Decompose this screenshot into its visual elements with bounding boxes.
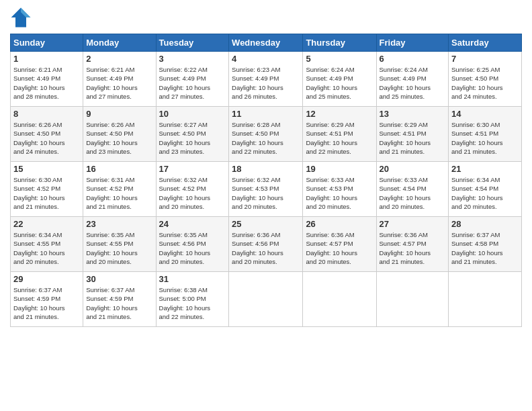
day-info: Sunrise: 6:30 AM Sunset: 4:52 PM Dayligh… bbox=[13, 175, 80, 211]
calendar-cell: 21Sunrise: 6:34 AM Sunset: 4:54 PM Dayli… bbox=[449, 162, 522, 217]
day-info: Sunrise: 6:23 AM Sunset: 4:49 PM Dayligh… bbox=[232, 65, 300, 101]
calendar-cell: 3Sunrise: 6:22 AM Sunset: 4:49 PM Daylig… bbox=[156, 52, 229, 107]
day-info: Sunrise: 6:36 AM Sunset: 4:57 PM Dayligh… bbox=[306, 230, 373, 266]
day-number: 4 bbox=[232, 54, 300, 64]
day-info: Sunrise: 6:32 AM Sunset: 4:52 PM Dayligh… bbox=[159, 175, 226, 211]
calendar-cell: 15Sunrise: 6:30 AM Sunset: 4:52 PM Dayli… bbox=[11, 162, 83, 217]
day-number: 3 bbox=[159, 54, 226, 64]
day-info: Sunrise: 6:32 AM Sunset: 4:53 PM Dayligh… bbox=[232, 175, 300, 211]
day-number: 15 bbox=[13, 164, 80, 174]
day-info: Sunrise: 6:35 AM Sunset: 4:56 PM Dayligh… bbox=[159, 230, 226, 266]
calendar-cell: 12Sunrise: 6:29 AM Sunset: 4:51 PM Dayli… bbox=[303, 107, 376, 162]
logo bbox=[10, 7, 33, 28]
day-number: 8 bbox=[13, 109, 80, 119]
day-info: Sunrise: 6:26 AM Sunset: 4:50 PM Dayligh… bbox=[13, 120, 80, 156]
day-number: 10 bbox=[159, 109, 226, 119]
calendar-cell: 11Sunrise: 6:28 AM Sunset: 4:50 PM Dayli… bbox=[229, 107, 303, 162]
day-info: Sunrise: 6:26 AM Sunset: 4:50 PM Dayligh… bbox=[86, 120, 152, 156]
day-header-thursday: Thursday bbox=[303, 34, 376, 52]
day-number: 22 bbox=[13, 219, 80, 229]
day-header-wednesday: Wednesday bbox=[229, 34, 303, 52]
calendar-cell: 31Sunrise: 6:38 AM Sunset: 5:00 PM Dayli… bbox=[156, 272, 229, 327]
calendar-header-row: SundayMondayTuesdayWednesdayThursdayFrid… bbox=[11, 34, 522, 52]
calendar-cell: 9Sunrise: 6:26 AM Sunset: 4:50 PM Daylig… bbox=[83, 107, 156, 162]
calendar-cell bbox=[376, 272, 449, 327]
calendar-cell: 4Sunrise: 6:23 AM Sunset: 4:49 PM Daylig… bbox=[229, 52, 303, 107]
day-header-saturday: Saturday bbox=[449, 34, 522, 52]
header bbox=[10, 7, 522, 28]
day-number: 25 bbox=[232, 219, 300, 229]
main-container: SundayMondayTuesdayWednesdayThursdayFrid… bbox=[0, 0, 532, 334]
day-info: Sunrise: 6:31 AM Sunset: 4:52 PM Dayligh… bbox=[86, 175, 152, 211]
calendar-cell: 20Sunrise: 6:33 AM Sunset: 4:54 PM Dayli… bbox=[376, 162, 449, 217]
day-number: 28 bbox=[451, 219, 519, 229]
day-number: 17 bbox=[159, 164, 226, 174]
calendar-cell: 8Sunrise: 6:26 AM Sunset: 4:50 PM Daylig… bbox=[11, 107, 83, 162]
day-number: 2 bbox=[86, 54, 152, 64]
calendar-table: SundayMondayTuesdayWednesdayThursdayFrid… bbox=[10, 34, 522, 327]
day-header-sunday: Sunday bbox=[11, 34, 83, 52]
day-number: 19 bbox=[306, 164, 373, 174]
day-info: Sunrise: 6:24 AM Sunset: 4:49 PM Dayligh… bbox=[306, 65, 373, 101]
calendar-cell: 19Sunrise: 6:33 AM Sunset: 4:53 PM Dayli… bbox=[303, 162, 376, 217]
calendar-cell: 27Sunrise: 6:36 AM Sunset: 4:57 PM Dayli… bbox=[376, 217, 449, 272]
day-number: 11 bbox=[232, 109, 300, 119]
day-info: Sunrise: 6:36 AM Sunset: 4:56 PM Dayligh… bbox=[232, 230, 300, 266]
day-number: 29 bbox=[13, 274, 80, 284]
day-number: 30 bbox=[86, 274, 152, 284]
calendar-cell: 25Sunrise: 6:36 AM Sunset: 4:56 PM Dayli… bbox=[229, 217, 303, 272]
day-info: Sunrise: 6:21 AM Sunset: 4:49 PM Dayligh… bbox=[13, 65, 80, 101]
day-number: 16 bbox=[86, 164, 152, 174]
day-info: Sunrise: 6:38 AM Sunset: 5:00 PM Dayligh… bbox=[159, 285, 226, 321]
day-info: Sunrise: 6:30 AM Sunset: 4:51 PM Dayligh… bbox=[451, 120, 519, 156]
calendar-cell: 5Sunrise: 6:24 AM Sunset: 4:49 PM Daylig… bbox=[303, 52, 376, 107]
calendar-cell: 18Sunrise: 6:32 AM Sunset: 4:53 PM Dayli… bbox=[229, 162, 303, 217]
day-number: 31 bbox=[159, 274, 226, 284]
day-info: Sunrise: 6:37 AM Sunset: 4:59 PM Dayligh… bbox=[86, 285, 152, 321]
calendar-cell: 14Sunrise: 6:30 AM Sunset: 4:51 PM Dayli… bbox=[449, 107, 522, 162]
day-number: 13 bbox=[380, 109, 446, 119]
day-number: 23 bbox=[86, 219, 152, 229]
week-row-4: 22Sunrise: 6:34 AM Sunset: 4:55 PM Dayli… bbox=[11, 217, 522, 272]
day-number: 12 bbox=[306, 109, 373, 119]
calendar-cell: 7Sunrise: 6:25 AM Sunset: 4:50 PM Daylig… bbox=[449, 52, 522, 107]
calendar-cell bbox=[229, 272, 303, 327]
calendar-cell: 30Sunrise: 6:37 AM Sunset: 4:59 PM Dayli… bbox=[83, 272, 156, 327]
calendar-cell: 2Sunrise: 6:21 AM Sunset: 4:49 PM Daylig… bbox=[83, 52, 156, 107]
calendar-cell: 28Sunrise: 6:37 AM Sunset: 4:58 PM Dayli… bbox=[449, 217, 522, 272]
day-info: Sunrise: 6:37 AM Sunset: 4:58 PM Dayligh… bbox=[451, 230, 519, 266]
day-info: Sunrise: 6:24 AM Sunset: 4:49 PM Dayligh… bbox=[380, 65, 446, 101]
day-number: 5 bbox=[306, 54, 373, 64]
calendar-cell: 29Sunrise: 6:37 AM Sunset: 4:59 PM Dayli… bbox=[11, 272, 83, 327]
calendar-cell: 13Sunrise: 6:29 AM Sunset: 4:51 PM Dayli… bbox=[376, 107, 449, 162]
logo-icon bbox=[10, 7, 32, 28]
day-number: 27 bbox=[380, 219, 446, 229]
week-row-5: 29Sunrise: 6:37 AM Sunset: 4:59 PM Dayli… bbox=[11, 272, 522, 327]
day-number: 6 bbox=[380, 54, 446, 64]
day-number: 18 bbox=[232, 164, 300, 174]
day-number: 14 bbox=[451, 109, 519, 119]
day-info: Sunrise: 6:27 AM Sunset: 4:50 PM Dayligh… bbox=[159, 120, 226, 156]
calendar-cell: 17Sunrise: 6:32 AM Sunset: 4:52 PM Dayli… bbox=[156, 162, 229, 217]
day-number: 9 bbox=[86, 109, 152, 119]
calendar-cell: 26Sunrise: 6:36 AM Sunset: 4:57 PM Dayli… bbox=[303, 217, 376, 272]
calendar-cell bbox=[303, 272, 376, 327]
day-info: Sunrise: 6:22 AM Sunset: 4:49 PM Dayligh… bbox=[159, 65, 226, 101]
week-row-2: 8Sunrise: 6:26 AM Sunset: 4:50 PM Daylig… bbox=[11, 107, 522, 162]
week-row-1: 1Sunrise: 6:21 AM Sunset: 4:49 PM Daylig… bbox=[11, 52, 522, 107]
day-number: 26 bbox=[306, 219, 373, 229]
calendar-cell: 23Sunrise: 6:35 AM Sunset: 4:55 PM Dayli… bbox=[83, 217, 156, 272]
day-number: 24 bbox=[159, 219, 226, 229]
day-info: Sunrise: 6:33 AM Sunset: 4:53 PM Dayligh… bbox=[306, 175, 373, 211]
day-info: Sunrise: 6:25 AM Sunset: 4:50 PM Dayligh… bbox=[451, 65, 519, 101]
day-header-tuesday: Tuesday bbox=[156, 34, 229, 52]
day-number: 7 bbox=[451, 54, 519, 64]
day-header-friday: Friday bbox=[376, 34, 449, 52]
day-info: Sunrise: 6:21 AM Sunset: 4:49 PM Dayligh… bbox=[86, 65, 152, 101]
day-info: Sunrise: 6:37 AM Sunset: 4:59 PM Dayligh… bbox=[13, 285, 80, 321]
day-info: Sunrise: 6:33 AM Sunset: 4:54 PM Dayligh… bbox=[380, 175, 446, 211]
day-info: Sunrise: 6:28 AM Sunset: 4:50 PM Dayligh… bbox=[232, 120, 300, 156]
day-info: Sunrise: 6:35 AM Sunset: 4:55 PM Dayligh… bbox=[86, 230, 152, 266]
week-row-3: 15Sunrise: 6:30 AM Sunset: 4:52 PM Dayli… bbox=[11, 162, 522, 217]
calendar-cell: 10Sunrise: 6:27 AM Sunset: 4:50 PM Dayli… bbox=[156, 107, 229, 162]
